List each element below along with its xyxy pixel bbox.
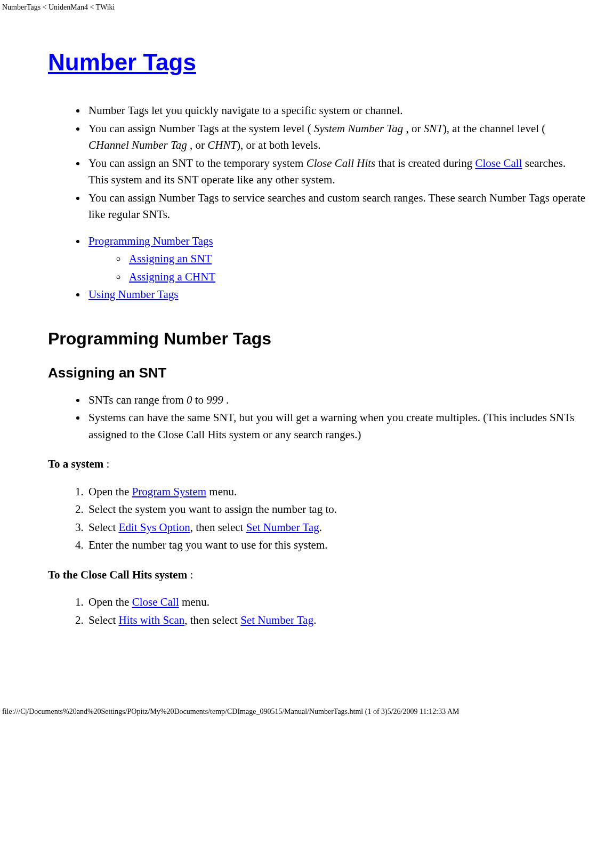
text: Systems can have the same SNT, but you w… xyxy=(88,411,574,441)
text: , or xyxy=(403,122,424,135)
list-item: Systems can have the same SNT, but you w… xyxy=(86,409,586,443)
toc-sublist: Assigning an SNT Assigning a CHNT xyxy=(88,251,586,285)
text-italic: 0 xyxy=(187,393,192,406)
list-item: Enter the number tag you want to use for… xyxy=(86,537,586,554)
text: . xyxy=(319,521,322,534)
text-italic: 999 xyxy=(206,393,223,406)
toc-subitem: Assigning an SNT xyxy=(127,251,586,268)
text-italic: System Number Tag xyxy=(314,122,403,135)
program-system-link[interactable]: Program System xyxy=(132,485,206,498)
list-item: Open the Close Call menu. xyxy=(86,594,586,611)
set-number-tag-link-2[interactable]: Set Number Tag xyxy=(240,614,313,626)
text: Select xyxy=(88,521,119,534)
text: Select the system you want to assign the… xyxy=(88,503,337,516)
toc-using-link[interactable]: Using Number Tags xyxy=(88,288,178,301)
toc-subitem: Assigning a CHNT xyxy=(127,269,586,286)
text: , then select xyxy=(184,614,240,626)
snt-bullet-list: SNTs can range from 0 to 999 . Systems c… xyxy=(48,392,586,444)
list-item: Select Edit Sys Option, then select Set … xyxy=(86,519,586,536)
page-title: Number Tags xyxy=(48,49,586,76)
set-number-tag-link[interactable]: Set Number Tag xyxy=(246,521,319,534)
edit-sys-option-link[interactable]: Edit Sys Option xyxy=(119,521,190,534)
text: to xyxy=(192,393,206,406)
to-cch-system-label: To the Close Call Hits system : xyxy=(48,567,586,584)
list-item: You can assign an SNT to the temporary s… xyxy=(86,155,586,189)
text-italic: Close Call Hits xyxy=(307,157,376,170)
text: : xyxy=(103,457,109,470)
list-item: Number Tags let you quickly navigate to … xyxy=(86,102,586,119)
text-italic: SNT xyxy=(424,122,443,135)
heading-assigning-snt: Assigning an SNT xyxy=(48,365,586,381)
toc-assign-snt-link[interactable]: Assigning an SNT xyxy=(129,252,212,265)
toc-item: Using Number Tags xyxy=(86,286,586,303)
text: Select xyxy=(88,614,119,626)
text: Number Tags let you quickly navigate to … xyxy=(88,104,402,117)
text-bold: To a system xyxy=(48,457,103,470)
text: Enter the number tag you want to use for… xyxy=(88,539,328,551)
text: Open the xyxy=(88,596,132,608)
text: : xyxy=(187,568,193,581)
text: that is created during xyxy=(375,157,475,170)
text: , or xyxy=(187,139,208,151)
to-system-steps: Open the Program System menu. Select the… xyxy=(48,484,586,554)
intro-list: Number Tags let you quickly navigate to … xyxy=(48,102,586,223)
list-item: You can assign Number Tags at the system… xyxy=(86,120,586,154)
toc-programming-link[interactable]: Programming Number Tags xyxy=(88,235,213,247)
close-call-menu-link[interactable]: Close Call xyxy=(132,596,179,608)
list-item: Select the system you want to assign the… xyxy=(86,501,586,518)
list-item: Open the Program System menu. xyxy=(86,484,586,501)
hits-with-scan-link[interactable]: Hits with Scan xyxy=(119,614,185,626)
text: You can assign an SNT to the temporary s… xyxy=(88,157,307,170)
list-item: Select Hits with Scan, then select Set N… xyxy=(86,612,586,629)
text: Open the xyxy=(88,485,132,498)
text: menu. xyxy=(179,596,209,608)
page-header-breadcrumb: NumberTags < UnidenMan4 < TWiki xyxy=(0,0,613,12)
list-item: SNTs can range from 0 to 999 . xyxy=(86,392,586,409)
text-bold: To the Close Call Hits system xyxy=(48,568,187,581)
text: . xyxy=(313,614,316,626)
text: . xyxy=(223,393,229,406)
text: SNTs can range from xyxy=(88,393,187,406)
text-italic: CHannel Number Tag xyxy=(88,139,187,151)
text: You can assign Number Tags at the system… xyxy=(88,122,314,135)
toc-assign-chnt-link[interactable]: Assigning a CHNT xyxy=(129,270,215,283)
close-call-link[interactable]: Close Call xyxy=(475,157,522,170)
toc-list: Programming Number Tags Assigning an SNT… xyxy=(48,233,586,303)
page-footer-path: file:///C|/Documents%20and%20Settings/PO… xyxy=(0,649,613,719)
heading-programming: Programming Number Tags xyxy=(48,329,586,349)
list-item: You can assign Number Tags to service se… xyxy=(86,190,586,223)
text-italic: CHNT xyxy=(207,139,237,151)
title-link[interactable]: Number Tags xyxy=(48,49,196,75)
text: , then select xyxy=(190,521,246,534)
text: ), at the channel level ( xyxy=(443,122,545,135)
to-a-system-label: To a system : xyxy=(48,456,586,473)
text: You can assign Number Tags to service se… xyxy=(88,191,585,221)
text: ), or at both levels. xyxy=(237,139,320,151)
text: menu. xyxy=(206,485,237,498)
to-cch-steps: Open the Close Call menu. Select Hits wi… xyxy=(48,594,586,629)
document-body: Number Tags Number Tags let you quickly … xyxy=(0,12,613,649)
toc-item: Programming Number Tags Assigning an SNT… xyxy=(86,233,586,286)
